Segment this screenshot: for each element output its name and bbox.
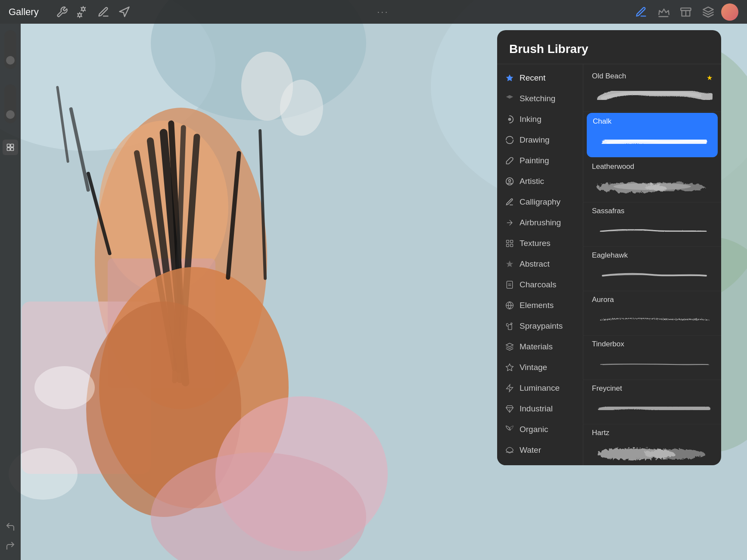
color-picker-button[interactable] [3,140,18,155]
opacity-slider[interactable] [4,84,16,123]
category-item-luminance[interactable]: Luminance [497,378,583,398]
smudge-tool-icon[interactable] [95,3,112,21]
brush-item-sassafras[interactable]: Sassafras [583,202,721,247]
eraser-tool-button[interactable] [676,3,695,22]
brush-name-aurora: Aurora [592,296,614,304]
category-item-abstract[interactable]: Abstract [497,254,583,274]
artistic-category-label: Artistic [520,177,544,186]
spraypaints-category-icon [505,321,514,331]
svg-rect-50 [7,148,10,151]
category-item-vintage[interactable]: Vintage [497,357,583,378]
svg-marker-67 [506,364,514,371]
category-item-inking[interactable]: Inking [497,109,583,130]
ink-tool-button[interactable] [654,3,673,22]
airbrushing-category-icon [505,218,514,227]
category-item-materials[interactable]: Materials [497,336,583,357]
brush-name-leatherwood: Leatherwood [592,162,634,171]
brush-item-leatherwood[interactable]: Leatherwood [583,158,721,202]
tools-left [52,3,134,21]
calligraphy-category-label: Calligraphy [520,197,560,207]
brush-preview-tinderbox [592,354,713,375]
luminance-category-label: Luminance [520,383,560,393]
svg-rect-65 [508,325,512,330]
svg-line-32 [81,7,82,8]
brush-item-freycinet[interactable]: Freycinet [583,380,721,424]
brush-item-tinderbox[interactable]: Tinderbox [583,336,721,380]
drawing-category-label: Drawing [520,135,550,145]
painting-category-icon [505,156,514,165]
category-item-sketching[interactable]: Sketching [497,88,583,109]
brush-preview-chalk [593,131,712,152]
category-item-spraypaints[interactable]: Spraypaints [497,316,583,336]
brush-name-eaglehawk: Eaglehawk [592,251,628,260]
brush-size-slider[interactable] [4,30,16,69]
category-item-elements[interactable]: Elements [497,295,583,316]
svg-rect-48 [7,144,10,147]
wrench-tool-icon[interactable] [53,3,71,21]
brush-name-tinderbox: Tinderbox [592,340,624,348]
calligraphy-category-icon [505,197,514,207]
inking-category-icon [505,115,514,124]
category-item-recent[interactable]: Recent [497,68,583,88]
topbar-center: ··· [134,6,632,18]
svg-point-23 [34,366,95,409]
svg-rect-51 [11,148,14,151]
brush-item-hartz[interactable]: Hartz [583,424,721,465]
brush-name-old-beach: Old Beach [592,72,626,81]
svg-line-33 [84,10,85,11]
charcoals-category-label: Charcoals [520,280,557,289]
brush-item-old-beach[interactable]: Old Beach★ [583,68,721,112]
brush-preview-leatherwood [592,176,713,198]
nav-tool-icon[interactable] [115,3,133,21]
svg-line-39 [78,13,78,14]
category-item-textures[interactable]: Textures [497,233,583,254]
adjust-tool-icon[interactable] [74,3,91,21]
redo-button[interactable] [3,538,18,554]
water-category-label: Water [520,445,541,455]
spraypaints-category-label: Spraypaints [520,321,563,331]
category-item-calligraphy[interactable]: Calligraphy [497,192,583,212]
svg-point-72 [613,183,691,190]
pencil-tool-button[interactable] [632,3,651,22]
charcoals-category-icon [505,280,514,289]
category-item-industrial[interactable]: Industrial [497,398,583,419]
textures-category-icon [505,239,514,248]
category-item-artistic[interactable]: Artistic [497,171,583,192]
materials-category-icon [505,342,514,352]
industrial-category-icon [505,404,514,414]
svg-rect-49 [11,144,14,147]
sketching-category-icon [505,94,514,103]
elements-category-icon [505,301,514,310]
category-item-drawing[interactable]: Drawing [497,130,583,150]
svg-rect-60 [507,281,512,289]
sketching-category-label: Sketching [520,94,555,103]
vintage-category-label: Vintage [520,363,547,372]
brush-name-sassafras: Sassafras [592,207,625,215]
category-item-organic[interactable]: Organic [497,419,583,440]
brush-preview-sassafras [592,221,713,242]
category-item-airbrushing[interactable]: Airbrushing [497,212,583,233]
category-item-painting[interactable]: Painting [497,150,583,171]
svg-point-53 [509,118,511,121]
artistic-category-icon [505,177,514,186]
svg-rect-56 [507,240,509,243]
industrial-category-label: Industrial [520,404,553,414]
brush-name-chalk: Chalk [593,117,611,126]
more-options-button[interactable]: ··· [377,6,389,18]
inking-category-label: Inking [520,115,542,124]
gallery-button[interactable]: Gallery [9,6,39,18]
brush-item-eaglehawk[interactable]: Eaglehawk [583,247,721,291]
layers-button[interactable] [699,3,718,22]
brush-item-chalk[interactable]: Chalk [587,113,718,157]
brush-library-title: Brush Library [509,42,588,56]
materials-category-label: Materials [520,342,553,352]
svg-marker-68 [507,385,513,392]
svg-line-35 [84,7,85,8]
brush-fav-old-beach[interactable]: ★ [707,74,713,82]
svg-point-66 [511,323,512,324]
category-item-water[interactable]: Water [497,440,583,460]
brush-item-aurora[interactable]: Aurora [583,291,721,336]
category-item-charcoals[interactable]: Charcoals [497,274,583,295]
user-avatar[interactable] [721,3,738,21]
undo-button[interactable] [3,519,18,535]
